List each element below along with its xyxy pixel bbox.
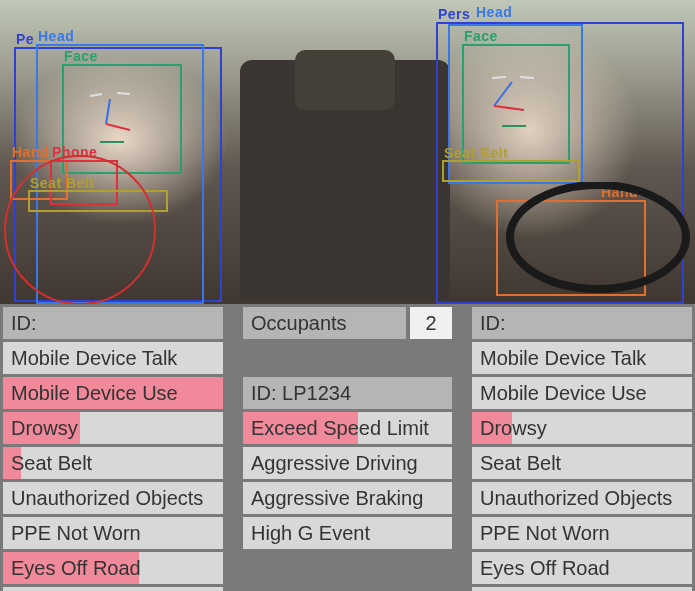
svg-line-10 [494,106,524,110]
right-occupant-panel: ID: Mobile Device TalkMobile Device UseD… [472,307,692,591]
info-panels: ID: Mobile Device TalkMobile Device UseD… [3,307,692,591]
vehicle-metric-row: Exceed Speed Limit [243,412,452,444]
steering-wheel [498,182,695,304]
svg-point-0 [5,156,155,304]
svg-line-1 [90,94,102,96]
spacer [243,342,452,374]
right-metric-row: Seat Belt [472,447,692,479]
left-metric-row: Unauthorized Objects [3,482,223,514]
left-landmarks [62,64,182,174]
right-landmarks [462,44,570,164]
right-metric-row: Mobile Device Talk [472,342,692,374]
left-metric-label: PPE Not Worn [11,522,141,545]
right-metric-row: Unauthorized Actions [472,587,692,591]
headrest [295,50,395,110]
left-metric-row: Mobile Device Talk [3,342,223,374]
right-metric-row: Drowsy [472,412,692,444]
right-metric-label: Mobile Device Talk [480,347,646,370]
vehicle-id-row: ID: LP1234 [243,377,452,409]
left-metric-label: Unauthorized Objects [11,487,203,510]
occupants-label: Occupants [243,307,406,339]
svg-line-4 [106,124,130,130]
right-metric-label: Seat Belt [480,452,561,475]
svg-line-3 [106,99,110,124]
right-metric-label: Mobile Device Use [480,382,647,405]
right-metric-row: PPE Not Worn [472,517,692,549]
left-occupant-panel: ID: Mobile Device TalkMobile Device UseD… [3,307,223,591]
svg-line-8 [520,77,534,78]
right-metric-row: Eyes Off Road [472,552,692,584]
left-id-row: ID: [3,307,223,339]
vehicle-metric-label: Aggressive Driving [251,452,418,475]
left-metric-label: Seat Belt [11,452,92,475]
left-metric-row: Mobile Device Use [3,377,223,409]
vehicle-metric-label: Exceed Speed Limit [251,417,429,440]
left-metric-row: Eyes Off Road [3,552,223,584]
right-metric-label: Drowsy [480,417,547,440]
vehicle-metric-label: Aggressive Braking [251,487,423,510]
left-metric-label: Mobile Device Use [11,382,178,405]
left-metric-row: Seat Belt [3,447,223,479]
right-id-row: ID: [472,307,692,339]
vehicle-metric-row: Aggressive Driving [243,447,452,479]
left-metric-label: Mobile Device Talk [11,347,177,370]
left-metric-row: Unauthorized Actions [3,587,223,591]
left-metric-label: Drowsy [11,417,78,440]
right-metric-row: Mobile Device Use [472,377,692,409]
svg-line-2 [117,93,130,94]
right-metric-label: Unauthorized Objects [480,487,672,510]
vehicle-metric-row: High G Event [243,517,452,549]
vehicle-metric-label: High G Event [251,522,370,545]
left-metric-label: Eyes Off Road [11,557,141,580]
vehicle-metric-row: Aggressive Braking [243,482,452,514]
occupants-row: Occupants 2 [243,307,452,339]
right-metric-label: Eyes Off Road [480,557,610,580]
left-metric-row: Drowsy [3,412,223,444]
vehicle-panel: Occupants 2 ID: LP1234 Exceed Speed Limi… [243,307,452,591]
right-metric-label: PPE Not Worn [480,522,610,545]
svg-point-6 [510,185,686,289]
left-metric-row: PPE Not Worn [3,517,223,549]
svg-line-7 [492,77,506,78]
svg-line-9 [494,82,512,106]
occupants-count: 2 [410,307,452,339]
camera-view: Pe Head Face Hand Phone Seat Belt Pers H… [0,0,695,304]
right-metric-row: Unauthorized Objects [472,482,692,514]
